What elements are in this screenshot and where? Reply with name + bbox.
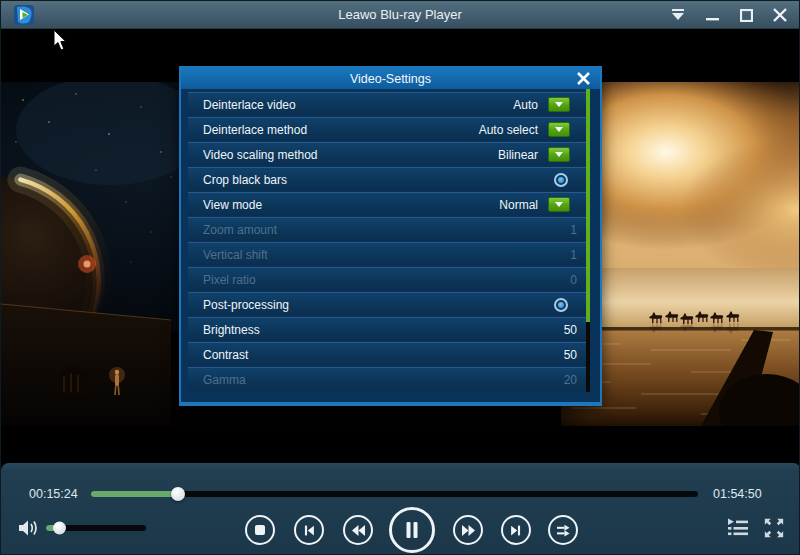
volume-controls	[1, 516, 171, 546]
video-settings-dialog: Video-Settings Deinterlace video Auto De…	[179, 66, 602, 406]
rewind-button[interactable]	[343, 515, 373, 545]
chevron-down-icon	[555, 152, 563, 157]
row-view-mode[interactable]: View mode Normal	[188, 192, 586, 216]
dropdown-button[interactable]	[548, 97, 570, 112]
row-label: Brightness	[188, 323, 260, 337]
dropdown-button[interactable]	[548, 147, 570, 162]
stop-button[interactable]	[245, 515, 275, 545]
dialog-title: Video-Settings	[350, 72, 431, 86]
minimize-button[interactable]	[703, 6, 721, 24]
playlist-icon[interactable]	[727, 518, 749, 538]
dialog-body: Deinterlace video Auto Deinterlace metho…	[181, 89, 600, 402]
row-value: 20	[564, 373, 577, 387]
progress-bar[interactable]	[91, 491, 698, 497]
chevron-down-icon	[555, 202, 563, 207]
row-value: 50	[564, 348, 577, 362]
row-label: Gamma	[188, 373, 246, 387]
toggle-button[interactable]	[554, 298, 568, 312]
row-value: 0	[570, 273, 577, 287]
progress-fill	[91, 491, 178, 497]
row-value: Normal	[499, 198, 538, 212]
chevron-down-icon	[555, 102, 563, 107]
row-label: Contrast	[188, 348, 248, 362]
dropdown-button[interactable]	[548, 197, 570, 212]
row-value: Auto select	[479, 123, 538, 137]
bottom-right-buttons	[727, 518, 785, 538]
row-contrast[interactable]: Contrast 50	[188, 342, 586, 366]
row-value: 1	[570, 223, 577, 237]
play-order-button[interactable]	[548, 515, 578, 545]
titlebar-buttons	[669, 1, 789, 29]
row-value: 50	[564, 323, 577, 337]
volume-slider[interactable]	[46, 525, 146, 531]
duration-time: 01:54:50	[713, 487, 762, 501]
dialog-scrollbar-thumb[interactable]	[586, 89, 590, 322]
pause-button[interactable]	[389, 507, 435, 553]
menu-chevron-icon[interactable]	[669, 6, 687, 24]
dialog-header: Video-Settings	[181, 68, 600, 89]
row-vertical-shift: Vertical shift 1	[188, 242, 586, 266]
row-brightness[interactable]: Brightness 50	[188, 317, 586, 341]
progress-handle[interactable]	[171, 487, 185, 501]
row-zoom-amount: Zoom amount 1	[188, 217, 586, 241]
previous-button[interactable]	[294, 515, 324, 545]
fast-forward-button[interactable]	[453, 515, 483, 545]
dropdown-button[interactable]	[548, 122, 570, 137]
dialog-scrollbar-track[interactable]	[586, 89, 590, 392]
row-deinterlace-video[interactable]: Deinterlace video Auto	[188, 92, 586, 116]
dialog-close-icon[interactable]	[574, 70, 592, 87]
next-button[interactable]	[501, 515, 531, 545]
chevron-down-icon	[555, 127, 563, 132]
row-label: Crop black bars	[188, 173, 287, 187]
toggle-dot-icon	[558, 302, 564, 308]
row-crop-black-bars[interactable]: Crop black bars	[188, 167, 586, 191]
row-label: Vertical shift	[188, 248, 268, 262]
elapsed-time: 00:15:24	[29, 487, 78, 501]
volume-icon[interactable]	[18, 518, 40, 538]
row-gamma: Gamma 20	[188, 367, 586, 391]
row-label: Deinterlace video	[188, 98, 296, 112]
row-deinterlace-method[interactable]: Deinterlace method Auto select	[188, 117, 586, 141]
row-label: Zoom amount	[188, 223, 277, 237]
close-button[interactable]	[771, 6, 789, 24]
row-label: Video scaling method	[188, 148, 318, 162]
toggle-dot-icon	[558, 177, 564, 183]
player-window: Leawo Blu-ray Player	[0, 0, 800, 555]
row-label: Deinterlace method	[188, 123, 307, 137]
row-value: Auto	[513, 98, 538, 112]
row-label: Pixel ratio	[188, 273, 256, 287]
row-value: Bilinear	[498, 148, 538, 162]
row-label: View mode	[188, 198, 262, 212]
mouse-cursor	[53, 30, 68, 52]
row-pixel-ratio: Pixel ratio 0	[188, 267, 586, 291]
row-value: 1	[570, 248, 577, 262]
app-logo-icon	[13, 4, 35, 26]
titlebar: Leawo Blu-ray Player	[1, 1, 799, 29]
maximize-button[interactable]	[737, 6, 755, 24]
toggle-button[interactable]	[554, 173, 568, 187]
row-label: Post-processing	[188, 298, 289, 312]
fullscreen-icon[interactable]	[763, 518, 785, 538]
volume-handle[interactable]	[53, 522, 66, 535]
row-video-scaling-method[interactable]: Video scaling method Bilinear	[188, 142, 586, 166]
row-post-processing[interactable]: Post-processing	[188, 292, 586, 316]
